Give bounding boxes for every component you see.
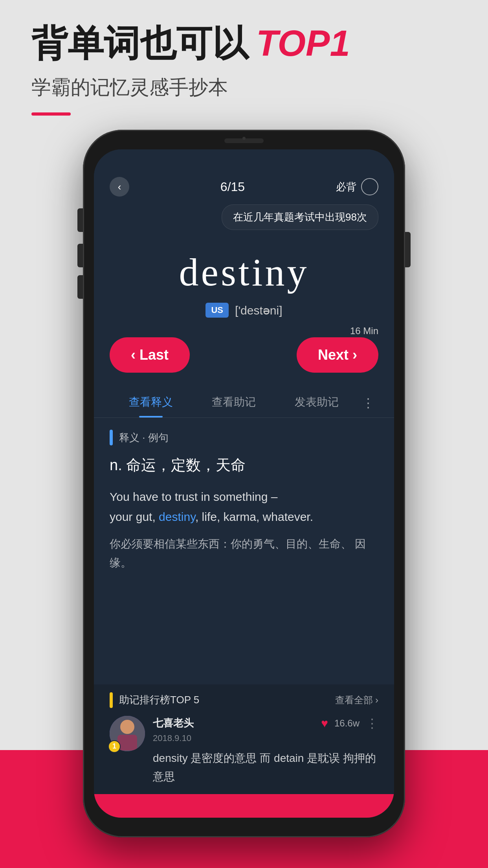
like-row: ♥ 16.6w ⋮ <box>321 716 378 731</box>
definition-text: n. 命运，定数，天命 <box>110 455 378 476</box>
screen-content: ‹ 6/15 必背 在近几年真题考试中出现98次 destiny <box>94 149 394 818</box>
next-button[interactable]: Next › <box>297 337 378 373</box>
word-text: destiny <box>110 250 378 295</box>
definition-label-text: 释义 · 例句 <box>119 431 169 445</box>
phonetic-text: ['destəni] <box>235 303 282 317</box>
mnemonic-section: 助记排行榜TOP 5 查看全部 › <box>94 684 394 794</box>
subtitle: 学霸的记忆灵感手抄本 <box>31 74 457 101</box>
tooltip-bar: 在近几年真题考试中出现98次 <box>94 204 394 238</box>
see-all-text: 查看全部 <box>335 694 373 706</box>
avatar-container: 1 <box>110 716 145 751</box>
back-icon: ‹ <box>118 181 121 193</box>
mnemonic-user-row: 1 七喜老头 ♥ 16.6w ⋮ 2018.9.10 <box>110 716 378 786</box>
top-section: 背单词也可以 TOP1 学霸的记忆灵感手抄本 <box>31 24 457 116</box>
last-button[interactable]: ‹ Last <box>110 337 190 373</box>
progress-indicator: 6/15 <box>220 180 245 194</box>
tabs-bar: 查看释义 查看助记 发表助记 ⋮ <box>94 384 394 418</box>
tab-more-icon[interactable]: ⋮ <box>358 395 378 410</box>
blue-label-bar <box>110 430 113 445</box>
mnemonic-title: 助记排行榜TOP 5 <box>119 693 199 707</box>
red-underline <box>31 112 71 116</box>
definition-section: 释义 · 例句 n. 命运，定数，天命 You have to trust in… <box>94 418 394 684</box>
pronunciation-row: US ['destəni] <box>110 303 378 318</box>
more-options-icon[interactable]: ⋮ <box>366 716 378 731</box>
user-name-row: 七喜老头 ♥ 16.6w ⋮ <box>153 716 378 731</box>
mnemonic-content-text: density 是密度的意思 而 detain 是耽误 拘押的意思 <box>153 749 378 786</box>
example-chinese: 你必须要相信某些东西：你的勇气、目的、生命、 因缘。 <box>110 535 378 572</box>
word-highlight: destiny <box>159 510 195 523</box>
heart-icon[interactable]: ♥ <box>321 717 328 730</box>
see-all-button[interactable]: 查看全部 › <box>335 694 378 706</box>
phone-outer: ‹ 6/15 必背 在近几年真题考试中出现98次 destiny <box>83 130 405 837</box>
phone-mockup: ‹ 6/15 必背 在近几年真题考试中出现98次 destiny <box>83 130 405 837</box>
tab-mnemonic[interactable]: 查看助记 <box>193 388 275 417</box>
tab-post-mnemonic[interactable]: 发表助记 <box>275 388 358 417</box>
tab-definition[interactable]: 查看释义 <box>110 388 193 417</box>
back-button[interactable]: ‹ <box>110 177 129 197</box>
must-memorize-area: 必背 <box>336 178 378 195</box>
user-info: 七喜老头 ♥ 16.6w ⋮ 2018.9.10 density 是密度的意思 … <box>153 716 378 786</box>
timer-label: 16 Min <box>350 326 378 337</box>
like-count: 16.6w <box>334 718 360 729</box>
nav-buttons-row: 16 Min ‹ Last Next › <box>94 326 394 384</box>
exam-tooltip: 在近几年真题考试中出现98次 <box>222 204 378 230</box>
user-name: 七喜老头 <box>153 716 194 730</box>
mnemonic-header: 助记排行榜TOP 5 查看全部 › <box>110 692 378 708</box>
avatar-head <box>120 720 134 734</box>
definition-section-label: 释义 · 例句 <box>110 430 378 445</box>
word-section: destiny US ['destəni] <box>94 238 394 326</box>
chevron-right-icon: › <box>375 695 378 706</box>
bottom-accent-bar <box>94 794 394 818</box>
mnemonic-label-group: 助记排行榜TOP 5 <box>110 692 199 708</box>
headline: 背单词也可以 TOP1 <box>31 24 457 63</box>
us-badge: US <box>205 303 229 318</box>
phone-camera <box>242 137 246 140</box>
example-english: You have to trust in something –your gut… <box>110 487 378 527</box>
must-memorize-label: 必背 <box>336 180 356 194</box>
header-bar: ‹ 6/15 必背 <box>94 149 394 204</box>
headline-top1: TOP1 <box>256 24 350 63</box>
must-memorize-toggle[interactable] <box>361 178 378 195</box>
rank-badge: 1 <box>108 740 121 753</box>
yellow-label-bar <box>110 692 113 708</box>
phone-screen: ‹ 6/15 必背 在近几年真题考试中出现98次 destiny <box>94 149 394 818</box>
headline-part1: 背单词也可以 <box>31 24 248 63</box>
user-date: 2018.9.10 <box>153 733 378 743</box>
